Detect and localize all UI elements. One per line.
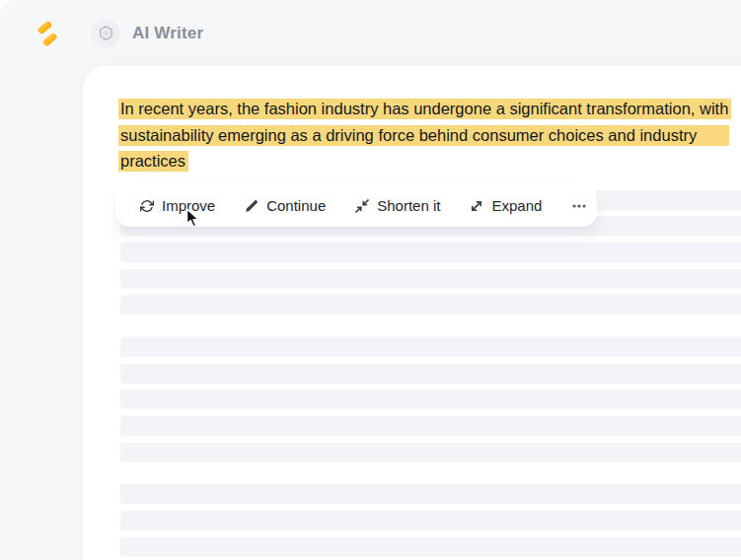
app-window: AI Writer In recent years, the fashion i… <box>0 0 741 560</box>
skeleton-line <box>120 389 741 409</box>
pencil-icon <box>245 199 259 213</box>
more-options-button[interactable] <box>571 199 587 213</box>
skeleton-line <box>120 337 741 357</box>
header: AI Writer <box>0 0 741 66</box>
skeleton-line <box>120 484 741 504</box>
improve-button[interactable]: Improve <box>140 197 215 214</box>
expand-icon <box>470 199 483 213</box>
skeleton-line <box>120 537 741 557</box>
refresh-icon <box>140 199 154 213</box>
skeleton-line <box>120 295 741 315</box>
continue-button[interactable]: Continue <box>245 197 326 214</box>
ai-cube-icon <box>91 19 120 48</box>
skeleton-line <box>120 511 741 530</box>
shorten-button[interactable]: Shorten it <box>355 197 440 214</box>
highlighted-text-line: practices <box>118 151 731 171</box>
skeleton-line <box>120 416 741 436</box>
skeleton-line <box>120 243 741 262</box>
expand-button[interactable]: Expand <box>470 197 542 214</box>
ellipsis-icon <box>571 199 587 213</box>
collapse-icon <box>355 199 369 213</box>
brand-logo-icon[interactable] <box>37 21 58 46</box>
selected-paragraph[interactable]: In recent years, the fashion industry ha… <box>118 99 731 177</box>
page-title: AI Writer <box>132 24 203 43</box>
skeleton-line <box>120 269 741 289</box>
highlighted-text-line: In recent years, the fashion industry ha… <box>118 99 731 118</box>
skeleton-line <box>120 364 741 384</box>
skeleton-line <box>120 443 741 462</box>
mouse-cursor <box>185 208 200 229</box>
editor-panel[interactable]: In recent years, the fashion industry ha… <box>83 66 741 560</box>
highlighted-text-line: sustainability emerging as a driving for… <box>118 125 731 145</box>
